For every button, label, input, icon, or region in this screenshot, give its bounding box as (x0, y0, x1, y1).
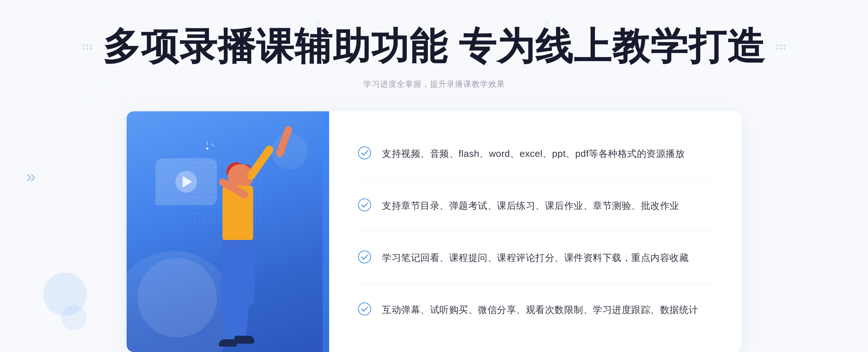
feature-item-3: 学习笔记回看、课程提问、课程评论打分、课件资料下载，重点内容收藏 (358, 242, 712, 273)
feature-text-3: 学习笔记回看、课程提问、课程评论打分、课件资料下载，重点内容收藏 (382, 250, 689, 266)
person-shoe-right (234, 336, 254, 344)
feature-text-2: 支持章节目录、弹题考试、课后练习、课后作业、章节测验、批改作业 (382, 198, 679, 214)
content-panel: 支持视频、音频、flash、word、excel、ppt、pdf等各种格式的资源… (329, 111, 741, 352)
feature-item-4: 互动弹幕、试听购买、微信分享、观看次数限制、学习进度跟踪、数据统计 (358, 295, 712, 325)
check-icon-4 (358, 302, 371, 315)
page-container: » ⠿ ⠿ 多项录播课辅助功能 专为线上教学打造 学习进度全掌握，提升录播课教学… (0, 0, 868, 352)
accent-bar (323, 111, 329, 352)
check-icon-1 (358, 146, 371, 159)
title-dots-left-icon (83, 44, 92, 50)
chevron-left-decoration: » (26, 166, 32, 186)
feature-item-1: 支持视频、音频、flash、word、excel、ppt、pdf等各种格式的资源… (358, 138, 712, 169)
header-section: 多项录播课辅助功能 专为线上教学打造 学习进度全掌握，提升录播课教学效果 (83, 22, 786, 90)
main-card: 支持视频、音频、flash、word、excel、ppt、pdf等各种格式的资源… (127, 111, 741, 352)
svg-point-3 (358, 303, 371, 315)
check-icon-3 (358, 250, 371, 263)
illustration-panel (127, 111, 329, 352)
feature-text-1: 支持视频、音频、flash、word、excel、ppt、pdf等各种格式的资源… (382, 146, 685, 162)
person-right-arm (246, 144, 275, 181)
divider-1 (358, 179, 712, 180)
page-title: 多项录播课辅助功能 专为线上教学打造 (103, 22, 766, 72)
feature-item-2: 支持章节目录、弹题考试、课后练习、课后作业、章节测验、批改作业 (358, 190, 712, 221)
figure-illustration (156, 142, 293, 352)
divider-2 (358, 231, 712, 232)
main-title-container: 多项录播课辅助功能 专为线上教学打造 (83, 22, 786, 72)
page-subtitle: 学习进度全掌握，提升录播课教学效果 (83, 79, 786, 90)
deco-circle-small (61, 305, 87, 330)
svg-point-2 (358, 251, 371, 263)
svg-point-1 (358, 199, 371, 211)
svg-point-0 (358, 147, 371, 159)
divider-3 (358, 284, 712, 284)
check-icon-2 (358, 198, 371, 211)
title-dots-right-icon (776, 44, 785, 50)
feature-text-4: 互动弹幕、试听购买、微信分享、观看次数限制、学习进度跟踪、数据统计 (382, 302, 698, 318)
